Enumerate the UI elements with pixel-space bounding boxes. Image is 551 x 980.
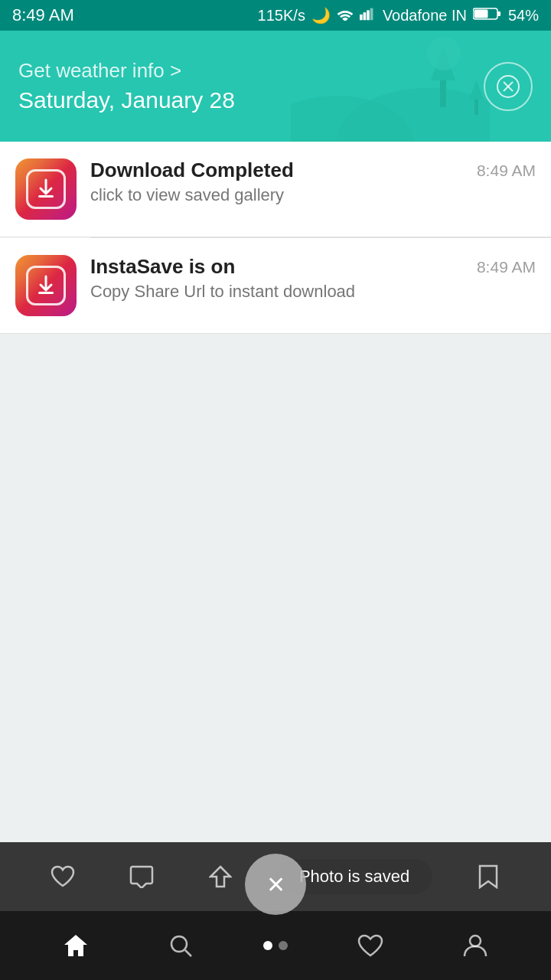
comment-bottom-icon[interactable] (119, 854, 165, 900)
svg-point-8 (337, 88, 490, 142)
weather-action-button[interactable] (484, 62, 533, 111)
notification-content-2: InstaSave is on Copy Share Url to instan… (90, 255, 463, 302)
nav-bar (0, 911, 551, 980)
notification-time-2: 8:49 AM (477, 255, 536, 276)
svg-rect-3 (370, 8, 373, 20)
notifications-list: Download Completed click to view saved g… (0, 142, 551, 793)
moon-icon: 🌙 (311, 6, 331, 24)
svg-marker-12 (469, 80, 484, 100)
page-dot-inactive (279, 941, 288, 950)
notification-item[interactable]: Download Completed click to view saved g… (0, 142, 551, 237)
notification-item-2[interactable]: InstaSave is on Copy Share Url to instan… (0, 238, 551, 334)
app-icon-instasave-1 (15, 158, 77, 220)
notification-subtitle-2: Copy Share Url to instant download (90, 282, 463, 302)
svg-rect-6 (474, 9, 487, 18)
svg-rect-2 (367, 10, 370, 20)
nav-heart-icon[interactable] (347, 923, 393, 969)
svg-point-13 (427, 37, 461, 70)
page-indicator (263, 941, 288, 950)
close-fab-icon: ✕ (266, 871, 285, 898)
svg-rect-17 (38, 195, 54, 198)
svg-rect-5 (497, 11, 500, 16)
weather-date: Saturday, January 28 (18, 87, 235, 113)
heart-bottom-icon[interactable] (40, 854, 86, 900)
wifi-icon (337, 7, 354, 24)
weather-header[interactable]: Get weather info > Saturday, January 28 (0, 31, 551, 142)
weather-text-section: Get weather info > Saturday, January 28 (18, 59, 235, 113)
status-bar: 8:49 AM 115K/s 🌙 Vodafone IN 54% (0, 0, 551, 31)
nav-profile-icon[interactable] (452, 923, 498, 969)
app-icon-instasave-2 (15, 255, 77, 316)
notification-title-1: Download Completed (90, 158, 463, 182)
page-dot-active (263, 941, 272, 950)
bookmark-bottom-icon[interactable] (465, 854, 511, 900)
signal-icon (360, 7, 377, 24)
nav-search-icon[interactable] (158, 923, 204, 969)
close-fab-button[interactable]: ✕ (245, 854, 306, 915)
time-display: 8:49 AM (12, 5, 74, 25)
svg-rect-0 (360, 14, 363, 19)
battery-icon (473, 7, 502, 24)
svg-point-20 (171, 936, 187, 952)
weather-link[interactable]: Get weather info > (18, 59, 235, 83)
status-right-section: 115K/s 🌙 Vodafone IN 54% (258, 6, 539, 24)
nav-home-icon[interactable] (53, 923, 99, 969)
bottom-overlay: Photo is saved ✕ (0, 842, 551, 980)
notification-title-2: InstaSave is on (90, 255, 463, 279)
battery-percent: 54% (508, 7, 539, 24)
svg-rect-1 (363, 12, 366, 20)
notification-subtitle-1: click to view saved gallery (90, 185, 463, 205)
network-speed: 115K/s (258, 7, 305, 24)
notification-time-1: 8:49 AM (477, 158, 536, 180)
svg-rect-9 (440, 77, 446, 107)
svg-point-22 (470, 936, 481, 946)
svg-marker-19 (210, 867, 230, 887)
status-time-section: 8:49 AM (12, 5, 74, 25)
svg-rect-18 (38, 292, 54, 294)
svg-line-21 (185, 950, 191, 956)
notification-content-1: Download Completed click to view saved g… (90, 158, 463, 205)
empty-space (0, 334, 551, 793)
carrier-name: Vodafone IN (383, 7, 467, 24)
share-bottom-icon[interactable] (197, 854, 243, 900)
